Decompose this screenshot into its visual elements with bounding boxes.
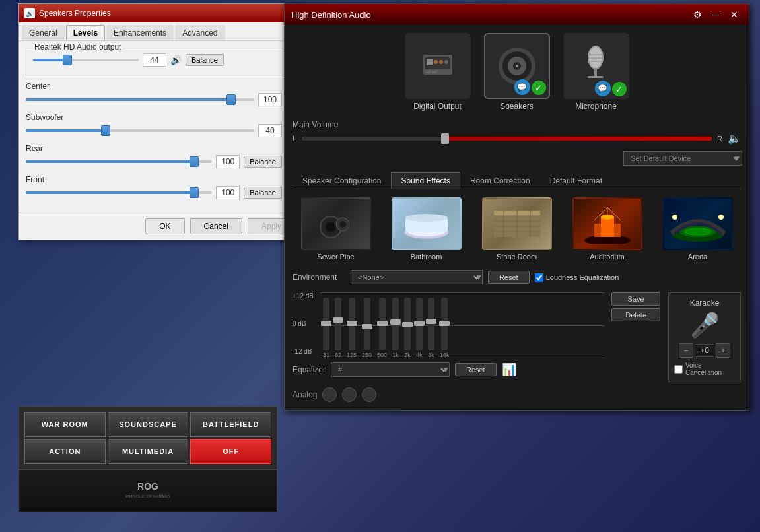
center-slider[interactable]	[26, 98, 254, 101]
env-dropdown-icon: ▼	[475, 273, 483, 282]
svg-rect-42	[594, 224, 601, 237]
eq-thumb-2k[interactable]	[402, 322, 413, 327]
eq-bar-chart-icon[interactable]: 📊	[502, 362, 516, 377]
hda-minimize-button[interactable]: ─	[708, 8, 724, 21]
tab-enhancements[interactable]: Enhancements	[106, 25, 174, 40]
svg-point-5	[434, 60, 438, 64]
tab-general[interactable]: General	[22, 25, 65, 40]
voice-cancellation-checkbox[interactable]: Voice Cancellation	[674, 362, 735, 376]
realtek-mute-icon[interactable]: 🔊	[170, 55, 182, 65]
effect-sewer-pipe[interactable]: Sewer Pipe	[293, 197, 379, 261]
subwoofer-slider[interactable]	[26, 129, 254, 132]
tab-sound-effects[interactable]: Sound Effects	[391, 172, 460, 189]
auditorium-thumb	[572, 197, 642, 250]
realtek-balance-button[interactable]: Balance	[186, 54, 224, 66]
main-volume-slider[interactable]	[302, 137, 712, 141]
voice-cancel-input[interactable]	[674, 365, 683, 374]
analog-circle-3[interactable]	[362, 387, 376, 402]
hda-close-button[interactable]: ✕	[726, 8, 742, 21]
eq-plus12-label: +12 dB	[293, 292, 314, 300]
effect-arena[interactable]: Arena	[654, 197, 741, 261]
svg-point-23	[326, 222, 336, 232]
eq-thumb-4k[interactable]	[414, 321, 425, 326]
vol-fill	[445, 137, 712, 141]
default-device-select[interactable]: Set Default Device	[623, 151, 742, 166]
action-button[interactable]: ACTION	[24, 439, 106, 464]
ok-button[interactable]: OK	[145, 218, 184, 234]
battlefield-button[interactable]: BATTLEFIELD	[190, 412, 271, 437]
soundscape-button[interactable]: SOUNDSCAPE	[108, 412, 189, 437]
front-value: 100	[216, 186, 240, 199]
sewer-thumb	[301, 197, 371, 250]
eq-reset-button[interactable]: Reset	[455, 363, 497, 376]
tab-default-format[interactable]: Default Format	[540, 172, 612, 189]
war-room-button[interactable]: WAR ROOM	[24, 412, 106, 437]
eq-thumb-31[interactable]	[321, 321, 331, 326]
svg-point-25	[339, 221, 346, 228]
effect-auditorium[interactable]: Auditorium	[564, 197, 650, 261]
effect-bathroom[interactable]: Bathroom	[383, 197, 469, 261]
vol-l-label: L	[293, 135, 296, 143]
eq-thumb-16k[interactable]	[439, 321, 450, 326]
eq-thumb-250[interactable]	[362, 324, 372, 329]
center-row: 100	[26, 93, 282, 106]
eq-zero-label: 0 dB	[293, 320, 314, 327]
microphone-check-bubble: ✓	[612, 82, 627, 96]
eq-bar-250: 250	[362, 298, 372, 358]
front-section: Front 100 Balance	[26, 175, 282, 199]
rear-slider[interactable]	[26, 160, 212, 163]
multimedia-button[interactable]: MULTIMEDIA	[108, 439, 189, 464]
rear-label: Rear	[26, 144, 282, 153]
karaoke-label: Karaoke	[690, 298, 720, 308]
speakers-window-icon: 🔊	[24, 8, 35, 18]
eq-bar-500: 500	[377, 298, 387, 358]
hda-settings-button[interactable]: ⚙	[689, 8, 705, 21]
speakers-icon-container: 💬 ✓	[484, 33, 550, 99]
environment-select[interactable]: <None>	[351, 270, 483, 284]
eq-thumb-125[interactable]	[347, 321, 357, 326]
svg-point-14	[516, 65, 518, 67]
karaoke-minus-button[interactable]: −	[679, 343, 693, 358]
tab-room-correction[interactable]: Room Correction	[460, 172, 540, 189]
tab-speaker-config[interactable]: Speaker Configuration	[293, 172, 391, 189]
eq-thumb-1k[interactable]	[390, 319, 401, 325]
sliders-scrollable: Center 100 Subwoofer	[26, 82, 282, 206]
rear-row: 100 Balance	[26, 155, 282, 168]
speakers-chat-bubble: 💬	[514, 79, 530, 95]
device-microphone[interactable]: 💬 ✓ Microphone	[563, 33, 629, 111]
hda-window: High Definition Audio ⚙ ─ ✕	[284, 3, 749, 411]
svg-point-29	[405, 214, 448, 222]
stone-thumb	[482, 197, 552, 250]
eq-thumb-62[interactable]	[333, 317, 343, 323]
env-reset-button[interactable]: Reset	[488, 271, 530, 284]
eq-bar-16k: 16k	[440, 298, 450, 358]
realtek-slider[interactable]	[33, 59, 139, 61]
eq-thumb-8k[interactable]	[426, 319, 436, 324]
eq-thumb-500[interactable]	[377, 321, 388, 326]
tab-advanced[interactable]: Advanced	[175, 25, 225, 40]
center-section: Center 100	[26, 82, 282, 106]
loudness-equalization-checkbox[interactable]: Loudness Equalization	[535, 273, 619, 282]
eq-delete-button[interactable]: Delete	[611, 308, 660, 321]
device-digital-output[interactable]: Digital Output	[405, 33, 471, 111]
mute-icon[interactable]: 🔈	[728, 132, 741, 145]
eq-bot-line	[320, 358, 605, 358]
karaoke-plus-button[interactable]: +	[716, 343, 730, 358]
vol-thumb[interactable]	[441, 133, 449, 144]
loudness-checkbox-input[interactable]	[535, 273, 543, 282]
eq-save-button[interactable]: Save	[611, 292, 660, 306]
front-slider[interactable]	[26, 191, 212, 194]
eq-content: +12 dB 0 dB -12 dB	[293, 292, 660, 358]
device-speakers[interactable]: 💬 ✓ Speakers	[484, 33, 550, 111]
tab-levels[interactable]: Levels	[66, 25, 105, 40]
eq-main: +12 dB 0 dB -12 dB	[293, 292, 660, 382]
equalizer-select[interactable]: #	[331, 362, 450, 377]
center-value: 100	[258, 93, 282, 106]
cancel-button[interactable]: Cancel	[190, 218, 242, 234]
analog-circle-1[interactable]	[322, 387, 337, 402]
off-button[interactable]: OFF	[190, 439, 271, 464]
analog-circle-2[interactable]	[342, 387, 357, 402]
front-balance-button[interactable]: Balance	[244, 187, 282, 199]
effect-stone-room[interactable]: Stone Room	[473, 197, 560, 261]
rear-balance-button[interactable]: Balance	[244, 156, 282, 168]
